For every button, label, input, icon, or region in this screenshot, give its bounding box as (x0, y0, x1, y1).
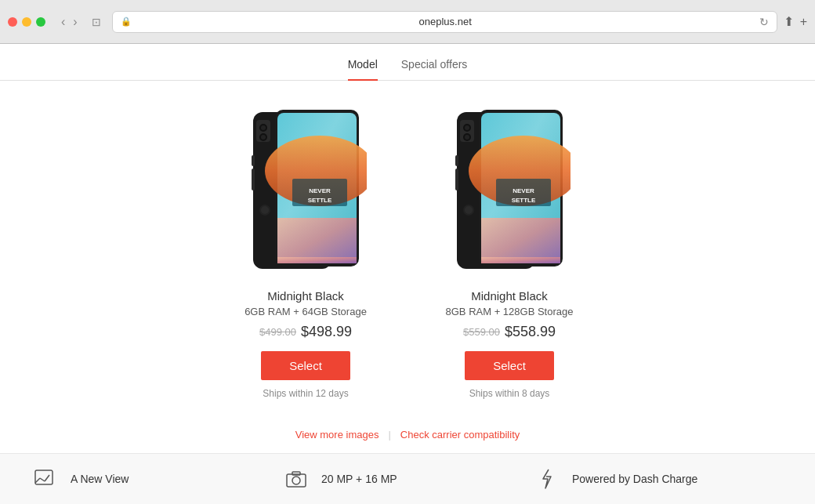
select-button-1[interactable]: Select (261, 351, 350, 380)
traffic-lights (8, 17, 45, 27)
svg-line-43 (45, 475, 49, 481)
svg-rect-25 (481, 218, 560, 263)
select-button-2[interactable]: Select (465, 351, 554, 380)
nav-buttons: ‹ › (58, 13, 81, 31)
banner-item-camera: 20 MP + 16 MP (282, 465, 533, 493)
view-more-images-link[interactable]: View more images (295, 429, 379, 441)
footer-separator: | (388, 429, 390, 441)
tab-model[interactable]: Model (348, 58, 378, 80)
phone-image-1: NEVER SETTLE (237, 104, 375, 277)
svg-point-16 (261, 206, 269, 214)
svg-rect-46 (292, 472, 300, 475)
browser-chrome: ‹ › ⊡ 🔒 oneplus.net ↻ ⬆ + (0, 0, 815, 44)
svg-point-14 (261, 135, 266, 140)
svg-point-45 (292, 477, 300, 484)
refresh-button[interactable]: ↻ (759, 16, 769, 28)
banner-text-new-view: A New View (71, 473, 129, 485)
product-1-new-price: $498.99 (301, 324, 352, 340)
svg-rect-6 (277, 257, 357, 263)
dash-charge-icon (533, 465, 561, 493)
banner-text-camera: 20 MP + 16 MP (321, 473, 397, 485)
product-1-pricing: $499.00 $498.99 (259, 324, 352, 340)
page-content: Model Special offers (0, 44, 815, 504)
svg-text:SETTLE: SETTLE (511, 197, 535, 204)
product-1-specs: 6GB RAM + 64GB Storage (244, 306, 367, 317)
minimize-button[interactable] (22, 17, 31, 27)
sidebar-button[interactable]: ⊡ (87, 14, 106, 30)
camera-icon (282, 465, 310, 493)
product-card-1: NEVER SETTLE M (227, 104, 384, 399)
banner-item-dash: Powered by Dash Charge (533, 465, 784, 493)
product-2-pricing: $559.00 $558.99 (463, 324, 556, 340)
product-1-old-price: $499.00 (259, 326, 296, 338)
address-bar[interactable]: 🔒 oneplus.net ↻ (112, 11, 777, 33)
svg-point-34 (465, 135, 469, 140)
phone-image-2: NEVER SETTLE (441, 104, 578, 277)
products-section: NEVER SETTLE M (0, 81, 815, 421)
banner-item-new-view: A New View (31, 465, 282, 493)
new-tab-button[interactable]: + (800, 15, 807, 29)
back-button[interactable]: ‹ (58, 13, 68, 31)
product-1-name: Midnight Black (267, 289, 344, 303)
banner-text-dash: Powered by Dash Charge (572, 473, 697, 485)
svg-line-42 (40, 478, 45, 481)
tabs-bar: Model Special offers (0, 44, 815, 81)
footer-links: View more images | Check carrier compati… (0, 421, 815, 453)
svg-rect-26 (481, 257, 560, 263)
svg-line-41 (35, 478, 40, 483)
carrier-compatibility-link[interactable]: Check carrier compatibility (400, 429, 520, 441)
svg-point-32 (465, 125, 469, 130)
svg-point-36 (465, 206, 473, 214)
product-2-ships: Ships within 8 days (469, 388, 550, 399)
svg-rect-5 (277, 218, 357, 263)
browser-actions: ⬆ + (784, 14, 807, 29)
tab-special-offers[interactable]: Special offers (401, 58, 468, 80)
svg-rect-40 (35, 470, 53, 484)
svg-text:SETTLE: SETTLE (307, 197, 331, 204)
svg-text:NEVER: NEVER (513, 187, 534, 194)
svg-rect-19 (252, 169, 255, 179)
product-1-ships: Ships within 12 days (263, 388, 348, 399)
svg-rect-39 (455, 169, 458, 179)
new-view-icon (31, 465, 60, 493)
forward-button[interactable]: › (70, 13, 80, 31)
product-2-old-price: $559.00 (463, 326, 500, 338)
lock-icon: 🔒 (121, 16, 132, 27)
maximize-button[interactable] (36, 17, 45, 27)
svg-text:NEVER: NEVER (309, 187, 331, 194)
share-button[interactable]: ⬆ (784, 14, 794, 29)
bottom-banner: A New View 20 MP + 16 MP Powered by Dash… (0, 453, 815, 504)
product-2-specs: 8GB RAM + 128GB Storage (446, 306, 574, 317)
close-button[interactable] (8, 17, 17, 27)
product-2-name: Midnight Black (471, 289, 548, 303)
product-2-new-price: $558.99 (505, 324, 556, 340)
product-card-2: NEVER SETTLE Midnight Black 8GB RAM + 12… (431, 104, 588, 399)
svg-rect-18 (252, 155, 255, 166)
svg-point-12 (261, 125, 266, 130)
svg-rect-38 (455, 155, 458, 166)
url-text: oneplus.net (136, 16, 755, 27)
